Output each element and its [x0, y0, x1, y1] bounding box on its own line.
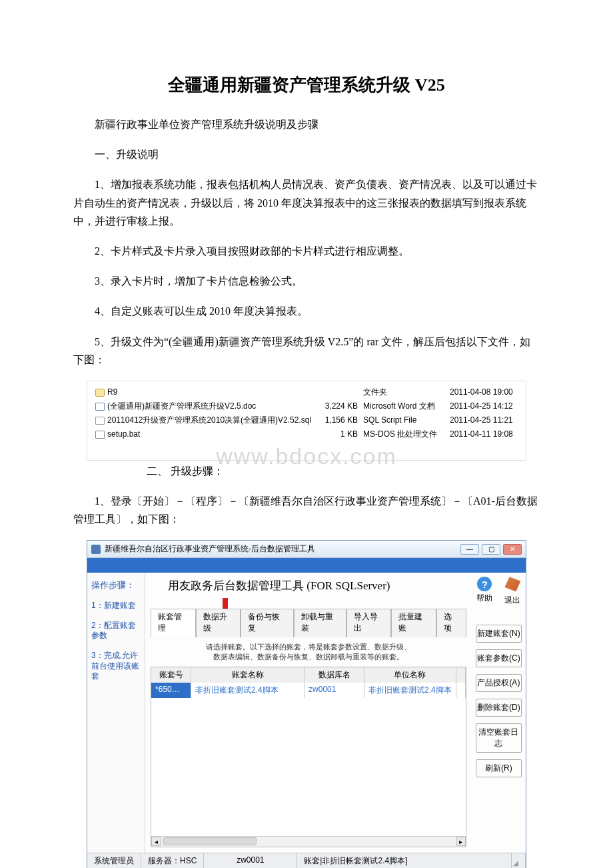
tab-backup-restore[interactable]: 备份与恢复 — [241, 609, 293, 637]
step-2[interactable]: 2：配置账套参数 — [91, 621, 141, 641]
file-row: R9 文件夹 2011-04-08 19:00 — [93, 385, 520, 399]
paragraph-3: 3、录入卡片时，增加了卡片信息检验公式。 — [73, 272, 540, 290]
file-size — [314, 385, 360, 399]
file-type: 文件夹 — [360, 385, 447, 399]
hint-text: 请选择账套。以下选择的账套，将是账套参数设置、数据升级、 数据表编辑、数据备份与… — [151, 642, 466, 661]
file-list-figure: R9 文件夹 2011-04-08 19:00 (全疆通用)新疆资产管理系统升级… — [87, 381, 526, 461]
cell-name: 非折旧账套测试2.4脚本 — [191, 683, 305, 698]
file-type: Microsoft Word 文档 — [360, 399, 447, 413]
help-button[interactable]: ? 帮助 — [476, 577, 492, 606]
grid-row-selected[interactable]: *650… 非折旧账套测试2.4脚本 zw0001 非折旧账套测试2.4脚本 — [151, 683, 466, 698]
file-size: 1,156 KB — [314, 413, 360, 427]
left-header: 操作步骤： — [91, 579, 141, 591]
file-type: MS-DOS 批处理文件 — [360, 427, 447, 441]
sql-icon — [95, 417, 105, 425]
scroll-thumb[interactable] — [163, 837, 257, 845]
status-server: 服务器：HSC — [141, 853, 204, 868]
file-row: 20110412升级资产管理系统2010决算(全疆通用)V2.52.sql 1,… — [93, 413, 520, 427]
app-icon — [91, 545, 101, 554]
status-bar: 系统管理员 服务器：HSC zw0001 账套|非折旧帐套测试2.4脚本] — [87, 853, 526, 868]
cell-extra — [456, 683, 466, 698]
file-date: 2011-04-08 19:00 — [447, 385, 520, 399]
grid-header-id: 账套号 — [151, 667, 191, 683]
resize-grip-icon[interactable] — [512, 853, 526, 868]
grid-header-db: 数据库名 — [305, 667, 364, 683]
cell-unit: 非折旧账套测试2.4脚本 — [364, 683, 456, 698]
delete-account-button[interactable]: 删除账套(D) — [476, 699, 522, 717]
maximize-button[interactable]: ▢ — [482, 544, 500, 555]
tab-uninstall-reinstall[interactable]: 卸载与重装 — [294, 609, 346, 637]
window-title: 新疆维吾尔自治区行政事业资产管理系统-后台数据管理工具 — [105, 543, 315, 555]
tool-title: 用友政务后台数据管理工具 (FOR SQLServer) — [168, 578, 466, 593]
help-icon: ? — [477, 577, 492, 591]
paragraph-2: 2、卡片样式及卡片录入项目按照财政部的卡片样式进行相应调整。 — [73, 242, 540, 260]
exit-icon — [504, 577, 520, 591]
tab-account-manage[interactable]: 账套管理 — [151, 609, 196, 637]
paragraph-1: 1、增加报表系统功能，报表包括机构人员情况表、资产负债表、资产情况表、以及可以通… — [73, 175, 540, 230]
app-window-figure: 新疆维吾尔自治区行政事业资产管理系统-后台数据管理工具 — ▢ ✕ 操作步骤： … — [87, 540, 526, 868]
file-name: 20110412升级资产管理系统2010决算(全疆通用)V2.52.sql — [107, 415, 311, 425]
file-row: (全疆通用)新疆资产管理系统升级V2.5.doc 3,224 KB Micros… — [93, 399, 520, 413]
grid-header-unit: 单位名称 — [364, 667, 456, 683]
right-pane: ? 帮助 退出 新建账套(N) 账套参数(C) 产品授权(A) 删除账套(D) … — [472, 573, 526, 853]
doc-icon — [95, 403, 105, 411]
file-row: setup.bat 1 KB MS-DOS 批处理文件 2011-04-11 1… — [93, 427, 520, 441]
file-name: (全疆通用)新疆资产管理系统升级V2.5.doc — [107, 401, 256, 411]
scroll-right-icon[interactable]: ▸ — [456, 837, 466, 846]
paragraph-4: 4、自定义账表可以生成 2010 年度决算报表。 — [73, 302, 540, 320]
header-bluebar — [87, 558, 526, 573]
status-db: zw0001 — [204, 853, 297, 868]
status-account: 账套|非折旧帐套测试2.4脚本] — [297, 853, 512, 868]
tab-batch-create[interactable]: 批量建账 — [391, 609, 436, 637]
tab-options[interactable]: 选项 — [436, 609, 466, 637]
file-size: 3,224 KB — [314, 399, 360, 413]
tab-data-upgrade[interactable]: 数据升级 — [196, 609, 241, 637]
cell-id: *650… — [151, 683, 191, 698]
refresh-button[interactable]: 刷新(R) — [476, 759, 522, 777]
tab-import-export[interactable]: 导入导出 — [346, 609, 392, 637]
close-button[interactable]: ✕ — [503, 544, 522, 555]
account-grid[interactable]: 账套号 账套名称 数据库名 单位名称 *650… 非折旧账套测试2.4脚本 zw… — [151, 667, 466, 847]
file-size: 1 KB — [314, 427, 360, 441]
left-pane: 操作步骤： 1：新建账套 2：配置账套参数 3：完成,允许前台使用该账套 — [87, 573, 145, 853]
account-params-button[interactable]: 账套参数(C) — [476, 649, 522, 667]
minimize-button[interactable]: — — [460, 544, 479, 555]
file-type: SQL Script File — [360, 413, 447, 427]
file-name: setup.bat — [107, 429, 140, 439]
section1-heading: 一、升级说明 — [73, 145, 540, 163]
step-3[interactable]: 3：完成,允许前台使用该账套 — [91, 651, 141, 682]
folder-icon — [95, 389, 105, 397]
new-account-button[interactable]: 新建账套(N) — [476, 625, 522, 643]
bat-icon — [95, 431, 105, 439]
product-auth-button[interactable]: 产品授权(A) — [476, 674, 522, 692]
file-date: 2011-04-11 19:08 — [447, 427, 520, 441]
exit-button[interactable]: 退出 — [504, 577, 520, 606]
section2-heading: 二、 升级步骤： — [147, 465, 540, 479]
status-user: 系统管理员 — [87, 853, 141, 868]
exit-label: 退出 — [504, 595, 520, 605]
file-name: R9 — [107, 387, 117, 397]
grid-header-extra — [456, 667, 466, 683]
horizontal-scrollbar[interactable]: ◂ ▸ — [151, 836, 466, 847]
intro-paragraph: 新疆行政事业单位资产管理系统升级说明及步骤 — [73, 115, 540, 133]
center-pane: 用友政务后台数据管理工具 (FOR SQLServer) 账套管理 数据升级 备… — [145, 573, 472, 853]
help-label: 帮助 — [476, 593, 492, 603]
file-date: 2011-04-25 11:21 — [447, 413, 520, 427]
grid-header-name: 账套名称 — [191, 667, 305, 683]
paragraph-6: 1、登录〔开始〕－〔程序〕－〔新疆维吾尔自治区行政事业资产管理系统〕－〔A01-… — [73, 492, 540, 528]
scroll-left-icon[interactable]: ◂ — [151, 837, 161, 846]
document-title: 全疆通用新疆资产管理系统升级 V25 — [73, 73, 540, 97]
file-date: 2011-04-25 14:12 — [447, 399, 520, 413]
paragraph-5: 5、升级文件为“(全疆通用)新疆资产管理系统升级 V2.5”的 rar 文件，解… — [73, 333, 540, 369]
clear-log-button[interactable]: 清空账套日志 — [476, 723, 522, 753]
window-titlebar: 新疆维吾尔自治区行政事业资产管理系统-后台数据管理工具 — ▢ ✕ — [87, 541, 526, 558]
tab-strip: 账套管理 数据升级 备份与恢复 卸载与重装 导入导出 批量建账 选项 — [151, 608, 466, 637]
cell-db: zw0001 — [305, 683, 364, 698]
step-1[interactable]: 1：新建账套 — [91, 601, 141, 611]
